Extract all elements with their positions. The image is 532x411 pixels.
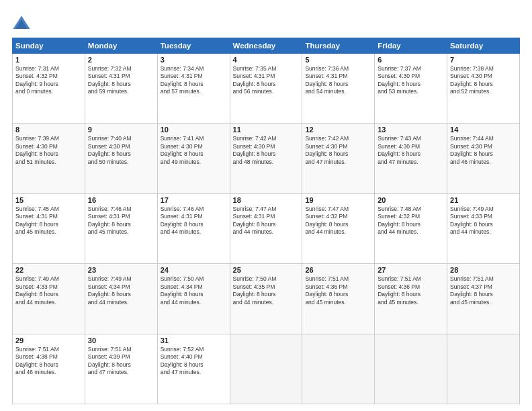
cell-details: Sunrise: 7:50 AMSunset: 4:35 PMDaylight:…: [233, 275, 300, 306]
day-number: 26: [305, 266, 371, 274]
calendar-cell: 22Sunrise: 7:49 AMSunset: 4:33 PMDayligh…: [13, 264, 85, 334]
cell-details: Sunrise: 7:50 AMSunset: 4:34 PMDaylight:…: [161, 275, 227, 306]
calendar-cell: 20Sunrise: 7:48 AMSunset: 4:32 PMDayligh…: [375, 193, 447, 263]
day-number: 3: [161, 56, 227, 64]
logo-icon: [12, 15, 31, 34]
calendar-table: SundayMondayTuesdayWednesdayThursdayFrid…: [12, 38, 520, 404]
cell-details: Sunrise: 7:31 AMSunset: 4:32 PMDaylight:…: [15, 65, 82, 96]
calendar-cell: 15Sunrise: 7:45 AMSunset: 4:31 PMDayligh…: [13, 193, 85, 263]
day-number: 4: [233, 56, 300, 64]
calendar-cell: 28Sunrise: 7:51 AMSunset: 4:37 PMDayligh…: [447, 264, 520, 334]
day-number: 17: [161, 196, 227, 204]
header: [12, 12, 520, 34]
cell-details: Sunrise: 7:51 AMSunset: 4:36 PMDaylight:…: [305, 275, 371, 306]
calendar-cell: 11Sunrise: 7:42 AMSunset: 4:30 PMDayligh…: [230, 124, 302, 193]
day-number: 5: [305, 56, 371, 64]
day-number: 16: [88, 196, 154, 204]
day-number: 13: [378, 126, 444, 134]
cell-details: Sunrise: 7:39 AMSunset: 4:30 PMDaylight:…: [15, 135, 82, 166]
cell-details: Sunrise: 7:45 AMSunset: 4:31 PMDaylight:…: [15, 205, 82, 236]
cell-details: Sunrise: 7:42 AMSunset: 4:30 PMDaylight:…: [305, 135, 371, 166]
cell-details: Sunrise: 7:41 AMSunset: 4:30 PMDaylight:…: [161, 135, 227, 166]
calendar-cell: 19Sunrise: 7:47 AMSunset: 4:32 PMDayligh…: [302, 193, 375, 263]
col-header-sunday: Sunday: [13, 38, 85, 54]
day-number: 28: [450, 266, 517, 274]
day-number: 12: [305, 126, 371, 134]
calendar-cell: 25Sunrise: 7:50 AMSunset: 4:35 PMDayligh…: [230, 264, 302, 334]
calendar-cell: 31Sunrise: 7:52 AMSunset: 4:40 PMDayligh…: [157, 334, 230, 404]
day-number: 30: [88, 336, 154, 345]
col-header-tuesday: Tuesday: [157, 38, 230, 54]
cell-details: Sunrise: 7:51 AMSunset: 4:39 PMDaylight:…: [88, 346, 154, 377]
calendar-cell: [302, 334, 375, 404]
day-number: 18: [233, 196, 300, 204]
calendar-cell: 5Sunrise: 7:36 AMSunset: 4:31 PMDaylight…: [302, 54, 375, 124]
calendar-cell: 1Sunrise: 7:31 AMSunset: 4:32 PMDaylight…: [13, 54, 85, 124]
cell-details: Sunrise: 7:51 AMSunset: 4:36 PMDaylight:…: [378, 275, 444, 306]
cell-details: Sunrise: 7:51 AMSunset: 4:37 PMDaylight:…: [450, 275, 517, 306]
cell-details: Sunrise: 7:35 AMSunset: 4:31 PMDaylight:…: [233, 65, 300, 96]
calendar-cell: 18Sunrise: 7:47 AMSunset: 4:31 PMDayligh…: [230, 193, 302, 263]
col-header-saturday: Saturday: [447, 38, 520, 54]
cell-details: Sunrise: 7:37 AMSunset: 4:30 PMDaylight:…: [378, 65, 444, 96]
day-number: 1: [15, 56, 82, 64]
cell-details: Sunrise: 7:44 AMSunset: 4:30 PMDaylight:…: [450, 135, 517, 166]
cell-details: Sunrise: 7:36 AMSunset: 4:31 PMDaylight:…: [305, 65, 371, 96]
day-number: 27: [378, 266, 444, 274]
logo: [12, 15, 34, 34]
cell-details: Sunrise: 7:32 AMSunset: 4:31 PMDaylight:…: [88, 65, 154, 96]
cell-details: Sunrise: 7:47 AMSunset: 4:32 PMDaylight:…: [305, 205, 371, 236]
calendar-cell: 6Sunrise: 7:37 AMSunset: 4:30 PMDaylight…: [375, 54, 447, 124]
calendar-cell: 10Sunrise: 7:41 AMSunset: 4:30 PMDayligh…: [157, 124, 230, 193]
day-number: 9: [88, 126, 154, 134]
cell-details: Sunrise: 7:48 AMSunset: 4:32 PMDaylight:…: [378, 205, 444, 236]
cell-details: Sunrise: 7:38 AMSunset: 4:30 PMDaylight:…: [450, 65, 517, 96]
calendar-cell: [447, 334, 520, 404]
day-number: 8: [15, 126, 82, 134]
day-number: 11: [233, 126, 300, 134]
calendar-cell: 23Sunrise: 7:49 AMSunset: 4:34 PMDayligh…: [85, 264, 157, 334]
calendar-cell: 26Sunrise: 7:51 AMSunset: 4:36 PMDayligh…: [302, 264, 375, 334]
day-number: 21: [450, 196, 517, 204]
col-header-thursday: Thursday: [302, 38, 375, 54]
calendar-week-3: 15Sunrise: 7:45 AMSunset: 4:31 PMDayligh…: [13, 193, 520, 263]
cell-details: Sunrise: 7:47 AMSunset: 4:31 PMDaylight:…: [233, 205, 300, 236]
calendar-header-row: SundayMondayTuesdayWednesdayThursdayFrid…: [13, 38, 520, 54]
cell-details: Sunrise: 7:40 AMSunset: 4:30 PMDaylight:…: [88, 135, 154, 166]
cell-details: Sunrise: 7:52 AMSunset: 4:40 PMDaylight:…: [161, 346, 227, 377]
day-number: 15: [15, 196, 82, 204]
day-number: 10: [161, 126, 227, 134]
day-number: 23: [88, 266, 154, 274]
page: SundayMondayTuesdayWednesdayThursdayFrid…: [0, 0, 532, 411]
col-header-friday: Friday: [375, 38, 447, 54]
day-number: 6: [378, 56, 444, 64]
cell-details: Sunrise: 7:51 AMSunset: 4:38 PMDaylight:…: [15, 346, 82, 377]
cell-details: Sunrise: 7:49 AMSunset: 4:33 PMDaylight:…: [15, 275, 82, 306]
day-number: 20: [378, 196, 444, 204]
calendar-cell: 7Sunrise: 7:38 AMSunset: 4:30 PMDaylight…: [447, 54, 520, 124]
calendar-week-2: 8Sunrise: 7:39 AMSunset: 4:30 PMDaylight…: [13, 124, 520, 193]
day-number: 29: [15, 336, 82, 345]
calendar-cell: 8Sunrise: 7:39 AMSunset: 4:30 PMDaylight…: [13, 124, 85, 193]
calendar-week-1: 1Sunrise: 7:31 AMSunset: 4:32 PMDaylight…: [13, 54, 520, 124]
calendar-cell: 29Sunrise: 7:51 AMSunset: 4:38 PMDayligh…: [13, 334, 85, 404]
calendar-cell: 12Sunrise: 7:42 AMSunset: 4:30 PMDayligh…: [302, 124, 375, 193]
cell-details: Sunrise: 7:49 AMSunset: 4:33 PMDaylight:…: [450, 205, 517, 236]
calendar-cell: 21Sunrise: 7:49 AMSunset: 4:33 PMDayligh…: [447, 193, 520, 263]
day-number: 14: [450, 126, 517, 134]
calendar-cell: 13Sunrise: 7:43 AMSunset: 4:30 PMDayligh…: [375, 124, 447, 193]
calendar-cell: [230, 334, 302, 404]
calendar-cell: 2Sunrise: 7:32 AMSunset: 4:31 PMDaylight…: [85, 54, 157, 124]
calendar-cell: [375, 334, 447, 404]
day-number: 31: [161, 336, 227, 345]
col-header-monday: Monday: [85, 38, 157, 54]
day-number: 2: [88, 56, 154, 64]
day-number: 19: [305, 196, 371, 204]
calendar-cell: 3Sunrise: 7:34 AMSunset: 4:31 PMDaylight…: [157, 54, 230, 124]
day-number: 7: [450, 56, 517, 64]
calendar-cell: 17Sunrise: 7:46 AMSunset: 4:31 PMDayligh…: [157, 193, 230, 263]
calendar-cell: 9Sunrise: 7:40 AMSunset: 4:30 PMDaylight…: [85, 124, 157, 193]
calendar-week-5: 29Sunrise: 7:51 AMSunset: 4:38 PMDayligh…: [13, 334, 520, 404]
cell-details: Sunrise: 7:46 AMSunset: 4:31 PMDaylight:…: [88, 205, 154, 236]
cell-details: Sunrise: 7:43 AMSunset: 4:30 PMDaylight:…: [378, 135, 444, 166]
